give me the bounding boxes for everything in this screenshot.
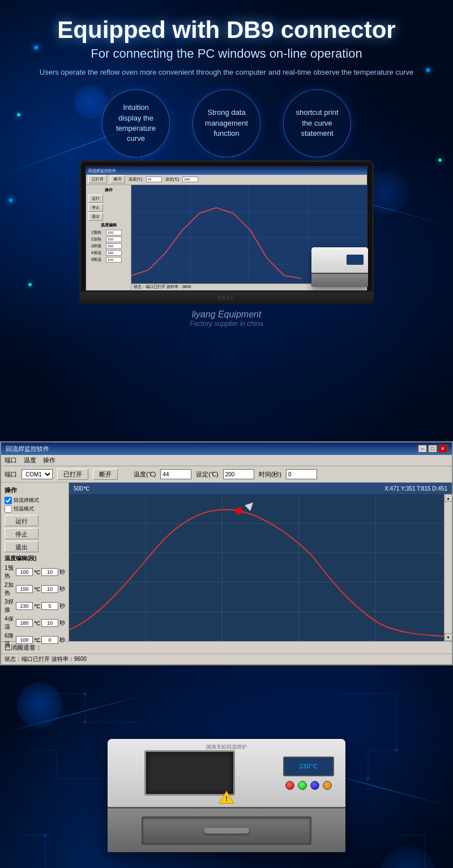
sw2-left-panel: 操作 回流焊模式 恒温模式 运行 停止 退出 温度编辑(段) 1预热 ℃: [1, 483, 69, 641]
svg-marker-15: [245, 502, 253, 511]
sw2-chart-canvas: [69, 494, 452, 641]
oven-glow-2: [379, 846, 436, 868]
hero-description: Users operate the reflow oven more conve…: [11, 67, 442, 78]
oven-btn-blue[interactable]: [310, 781, 319, 790]
svg-point-16: [83, 692, 87, 695]
oven-right-panel: 230°C: [272, 739, 345, 807]
sw2-titlebar: 回流焊监控软件 − □ ✕: [1, 442, 452, 455]
stop-button[interactable]: 停止: [5, 528, 39, 539]
sw2-chart-area: 500℃ X:471 Y:351 T:815 D:451: [69, 483, 452, 641]
sw2-chinese-label: 已消频道签：: [1, 641, 452, 654]
small-oven-bottom: [311, 273, 368, 287]
laptop-toolbar: 已打开 断开 温度(℃) 44 设定(℃) 200: [86, 175, 367, 185]
oven-warning-area: !: [219, 790, 234, 804]
oven-buttons: [285, 781, 332, 790]
set-temp-label: 设定(℃): [196, 470, 218, 479]
stage5-temp[interactable]: [16, 636, 33, 644]
set-temp-input[interactable]: [223, 469, 254, 479]
time-input[interactable]: [286, 469, 317, 479]
port-select[interactable]: COM1: [22, 469, 53, 479]
checkbox-mode2[interactable]: [5, 505, 12, 513]
svg-point-20: [366, 777, 370, 780]
oven-btn-orange[interactable]: [323, 781, 332, 790]
maximize-button[interactable]: □: [428, 445, 437, 453]
svg-text:!: !: [225, 795, 228, 803]
checkbox-mode1[interactable]: [5, 497, 12, 504]
stage2-temp[interactable]: [16, 585, 33, 593]
small-oven-overlay: [311, 247, 368, 287]
exit-button[interactable]: 退出: [5, 541, 39, 552]
chart-coords: X:471 Y:351 T:815 D:451: [384, 485, 447, 492]
svg-point-21: [44, 833, 47, 837]
sw2-menu-port[interactable]: 端口: [5, 456, 17, 465]
small-oven-display: [347, 255, 364, 265]
svg-point-19: [395, 749, 398, 752]
time-label: 时间(秒): [259, 470, 281, 479]
stage3-temp[interactable]: [16, 602, 33, 610]
oven-window: [144, 750, 235, 796]
sw2-chart-header: 500℃ X:471 Y:351 T:815 D:451: [69, 483, 452, 494]
laptop-left-panel: 操作 运行 停止 退出 温度编辑 1预热100 2加热150 3焊接230 4保…: [86, 185, 131, 290]
svg-point-14: [236, 508, 242, 514]
laptop-titlebar: 回流焊监控软件: [86, 167, 367, 175]
scroll-up-btn[interactable]: ▲: [445, 494, 452, 502]
hero-section: Equipped with DB9 connector For connecti…: [0, 0, 453, 441]
stage1-time[interactable]: [41, 568, 58, 576]
run-button[interactable]: 运行: [5, 515, 39, 526]
warning-icon: !: [219, 790, 234, 804]
stage4-temp[interactable]: [16, 619, 33, 627]
stage4-time[interactable]: [41, 619, 58, 627]
stage-row-3: 3焊接 ℃ 秒: [5, 598, 65, 614]
oven-btn-green[interactable]: [298, 781, 307, 790]
oven-product: 国港无铅回流焊炉 230°C: [108, 739, 345, 852]
sw2-controls: − □ ✕: [418, 445, 447, 453]
stage1-temp[interactable]: [16, 568, 33, 576]
chart-scrollbar[interactable]: ▲ ▼: [444, 494, 452, 641]
oven-section: 国港无铅回流焊炉 230°C: [0, 665, 453, 868]
disconnect-button[interactable]: 断开: [93, 469, 118, 480]
sw2-op-label: 操作: [5, 486, 65, 495]
scroll-down-btn[interactable]: ▼: [445, 633, 452, 641]
sw2-menubar: 端口 温度 操作: [1, 455, 452, 466]
temp-edit-label: 温度编辑(段): [5, 555, 65, 562]
stage-row-2: 2加热 ℃ 秒: [5, 581, 65, 597]
port-label: 端口: [5, 470, 17, 479]
feature-badge-data: Strong data management function: [193, 89, 260, 157]
features-row: Intuition display the temperature curve …: [11, 89, 442, 157]
oven-display-text: 230°C: [300, 763, 318, 770]
current-temp-input[interactable]: [160, 469, 191, 479]
oven-display: 230°C: [283, 757, 334, 776]
minimize-button[interactable]: −: [418, 445, 427, 453]
sw2-menu-op[interactable]: 操作: [43, 456, 55, 465]
close-button[interactable]: ✕: [438, 445, 447, 453]
laptop-btn-opened: 已打开: [88, 175, 107, 183]
checkbox-row-1: 回流焊模式: [5, 497, 65, 504]
hero-subtitle: For connecting the PC windows on-line op…: [11, 46, 442, 61]
oven-body: 国港无铅回流焊炉 230°C: [108, 739, 345, 852]
feature-badge-shortcut: shortcut print the curve statement: [283, 89, 351, 157]
laptop-container: 回流焊监控软件 已打开 断开 温度(℃) 44 设定(℃) 200: [11, 160, 442, 304]
oven-drawer-handle: [204, 828, 249, 833]
stage-row-1: 1预热 ℃ 秒: [5, 564, 65, 580]
stage5-time[interactable]: [41, 636, 58, 644]
sw2-title: 回流焊监控软件: [6, 445, 49, 453]
sw2-menu-temp[interactable]: 温度: [24, 456, 36, 465]
small-oven-top: [311, 247, 368, 273]
oven-drawer: [142, 817, 311, 845]
current-temp-label: 温度(℃): [134, 470, 156, 479]
oven-glow-1: [17, 682, 62, 728]
svg-rect-23: [294, 699, 306, 705]
laptop-btn-disconnect: 断开: [110, 175, 125, 183]
laptop-base: [79, 293, 374, 304]
brand-watermark: liyang Equipment Factory supplier in chi…: [11, 304, 442, 339]
oven-bottom-section: [108, 807, 345, 852]
hero-title: Equipped with DB9 connector: [11, 17, 442, 43]
chart-temp-label: 500℃: [74, 485, 89, 492]
oven-btn-red[interactable]: [285, 781, 294, 790]
stage3-time[interactable]: [41, 602, 58, 610]
svg-point-17: [83, 720, 87, 724]
software-section: 回流焊监控软件 − □ ✕ 端口 温度 操作 端口 COM1 已打开 断开 温度…: [0, 441, 453, 665]
stage2-time[interactable]: [41, 585, 58, 593]
open-port-button[interactable]: 已打开: [57, 469, 88, 480]
sw2-main-body: 操作 回流焊模式 恒温模式 运行 停止 退出 温度编辑(段) 1预热 ℃: [1, 483, 452, 641]
